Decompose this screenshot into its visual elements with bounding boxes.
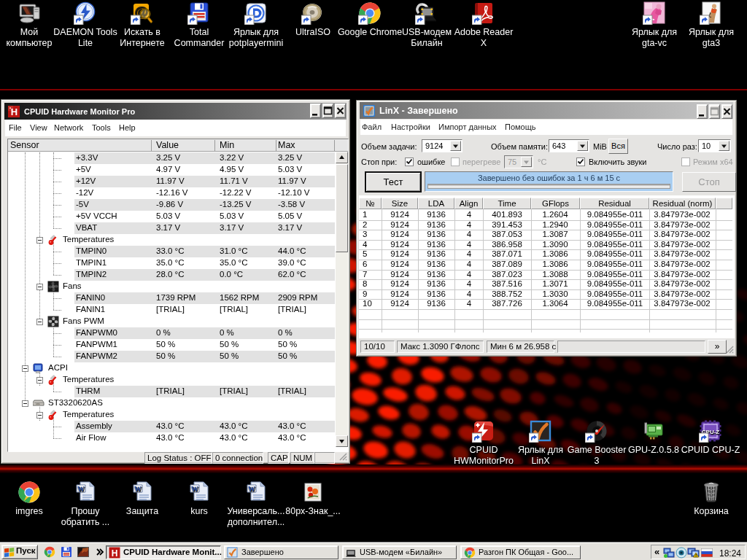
svg-text:H: H bbox=[11, 106, 18, 117]
svg-text:H: H bbox=[112, 548, 118, 559]
